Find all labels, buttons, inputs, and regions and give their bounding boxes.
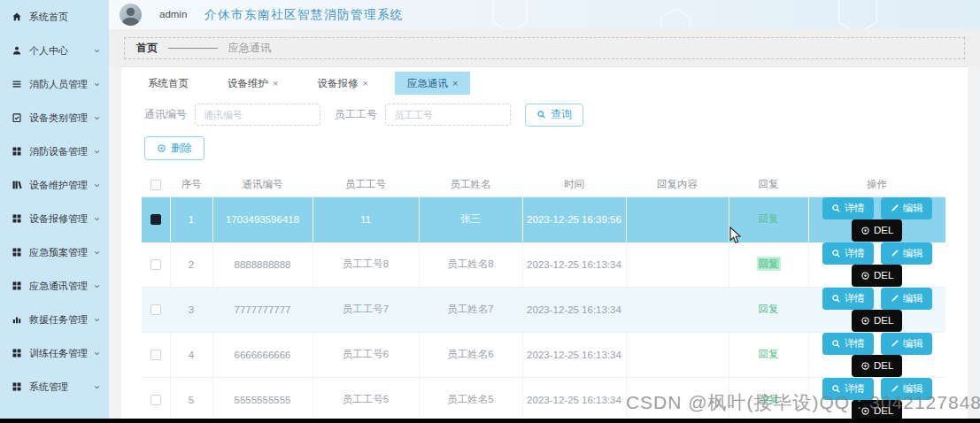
tab-close-icon[interactable]: × (273, 78, 278, 88)
detail-button[interactable]: 详情 (822, 197, 874, 219)
sidebar-item[interactable]: 救援任务管理 (0, 303, 109, 336)
sidebar-item[interactable]: 设备类别管理 (0, 101, 109, 135)
edit-button[interactable]: 编辑 (881, 333, 932, 355)
column-header-comm: 通讯编号 (212, 173, 313, 196)
tab-label: 应急通讯 (407, 77, 448, 90)
cell-index: 3 (170, 287, 212, 332)
table-row: 4 6666666666 员工工号6 员工姓名6 2023-12-25 16:1… (142, 332, 945, 377)
tab[interactable]: 应急通讯 × (395, 72, 470, 95)
sidebar-item[interactable]: 训练任务管理 (0, 336, 109, 370)
tab-close-icon[interactable]: × (452, 78, 458, 88)
tab-label: 系统首页 (148, 77, 189, 90)
cell-emp-name: 张三 (419, 196, 522, 242)
emp-input[interactable] (385, 104, 511, 126)
edit-icon (890, 204, 899, 213)
minus-circle-icon (157, 143, 166, 153)
table-row: 1 1703493596418 11 张三 2023-12-25 16:39:5… (142, 196, 945, 242)
tab[interactable]: 系统首页 × (135, 72, 201, 95)
sidebar-item[interactable]: 应急预案管理 (0, 235, 109, 269)
cell-emp-no: 员工工号5 (313, 377, 419, 422)
sidebar-item[interactable]: 设备报修管理 (0, 202, 109, 235)
search-button[interactable]: 查询 (525, 104, 583, 127)
grid-icon (12, 348, 22, 358)
chevron-down-icon (93, 215, 101, 223)
chevron-down-icon (93, 282, 101, 290)
username[interactable]: admin (159, 9, 187, 19)
target-icon (860, 226, 870, 235)
hexagon-decor (835, 0, 881, 29)
sidebar-item[interactable]: 消防设备管理 (0, 135, 109, 168)
cell-time: 2023-12-25 16:13:34 (522, 287, 626, 332)
book-icon (12, 180, 22, 190)
del-button[interactable]: DEL (852, 219, 902, 242)
row-checkbox[interactable] (150, 304, 161, 315)
del-button[interactable]: DEL (852, 355, 902, 377)
column-header-index: 序号 (170, 173, 212, 196)
tab[interactable]: 设备报修 × (305, 72, 380, 95)
watermark: CSDN @枫叶(接毕设)QQ：3042127848 (626, 390, 980, 415)
chevron-down-icon (93, 114, 101, 122)
tab[interactable]: 设备维护 × (215, 72, 290, 95)
cell-comm: 8888888888 (212, 242, 313, 287)
user-photo-icon (120, 4, 142, 26)
row-checkbox[interactable] (150, 395, 161, 405)
del-button[interactable]: DEL (852, 265, 902, 287)
row-checkbox[interactable] (150, 350, 161, 360)
avatar[interactable] (120, 4, 142, 26)
cell-reply-content (626, 242, 729, 287)
edit-button[interactable]: 编辑 (881, 288, 932, 310)
search-icon (831, 249, 841, 258)
cell-time: 2023-12-25 16:13:34 (522, 332, 626, 377)
breadcrumb-root[interactable]: 首页 (136, 41, 158, 56)
sidebar-item[interactable]: 系统管理 (0, 370, 109, 404)
chevron-down-icon (93, 350, 101, 358)
cell-comm: 1703493596418 (212, 196, 313, 242)
reply-link[interactable]: 回复 (759, 258, 779, 269)
cell-actions: 详情编辑DEL (808, 242, 945, 287)
topbar: admin 介休市东南社区智慧消防管理系统 (109, 0, 980, 29)
sidebar-item[interactable]: 消防人员管理 (0, 67, 109, 101)
sidebar: 系统首页 个人中心 消防人员管理 设备类别管理 消防设备管理 设备维护管理 设备… (0, 0, 109, 423)
sidebar-item[interactable]: 应急通讯管理 (0, 269, 109, 303)
column-header-reply-content: 回复内容 (626, 173, 729, 196)
cell-reply-content (626, 196, 729, 242)
detail-button[interactable]: 详情 (822, 242, 874, 265)
bottom-bar (0, 419, 980, 423)
del-button[interactable]: DEL (852, 310, 902, 332)
sidebar-item[interactable]: 设备维护管理 (0, 168, 109, 202)
detail-button[interactable]: 详情 (822, 333, 874, 355)
reply-link[interactable]: 回复 (759, 304, 779, 314)
tab-close-icon[interactable]: × (362, 78, 367, 88)
app-window: 系统首页 个人中心 消防人员管理 设备类别管理 消防设备管理 设备维护管理 设备… (0, 0, 980, 423)
table-body: 1 1703493596418 11 张三 2023-12-25 16:39:5… (142, 196, 945, 423)
delete-button[interactable]: 删除 (144, 136, 204, 160)
row-checkbox[interactable] (150, 259, 161, 270)
row-checkbox[interactable] (150, 214, 161, 225)
search-icon (831, 294, 841, 304)
chart-icon (12, 314, 22, 325)
search-icon (831, 204, 841, 213)
breadcrumb-separator (168, 48, 218, 49)
cell-emp-name: 员工姓名6 (419, 332, 522, 377)
comm-label: 通讯编号 (144, 107, 187, 122)
cell-comm: 7777777777 (212, 287, 313, 332)
sidebar-item[interactable]: 个人中心 (0, 34, 109, 67)
cell-emp-no: 员工工号6 (313, 332, 419, 377)
reply-link[interactable]: 回复 (759, 349, 779, 359)
edit-button[interactable]: 编辑 (881, 242, 932, 265)
cell-comm: 5555555555 (212, 377, 313, 422)
detail-button[interactable]: 详情 (822, 288, 874, 310)
reply-link[interactable]: 回复 (759, 213, 779, 224)
page-title: 介休市东南社区智慧消防管理系统 (204, 7, 404, 23)
column-header-emp-no: 员工工号 (313, 173, 419, 196)
chevron-down-icon (93, 249, 101, 257)
sidebar-item-label: 设备维护管理 (29, 179, 93, 192)
user-icon (12, 45, 22, 56)
chevron-down-icon (93, 148, 101, 156)
edit-button[interactable]: 编辑 (881, 197, 932, 219)
sidebar-item[interactable]: 系统首页 (0, 0, 109, 34)
table-row: 2 8888888888 员工工号8 员工姓名8 2023-12-25 16:1… (142, 242, 945, 287)
select-all-checkbox[interactable] (150, 180, 161, 190)
sidebar-item-label: 消防人员管理 (29, 78, 93, 91)
comm-input[interactable] (195, 104, 320, 126)
